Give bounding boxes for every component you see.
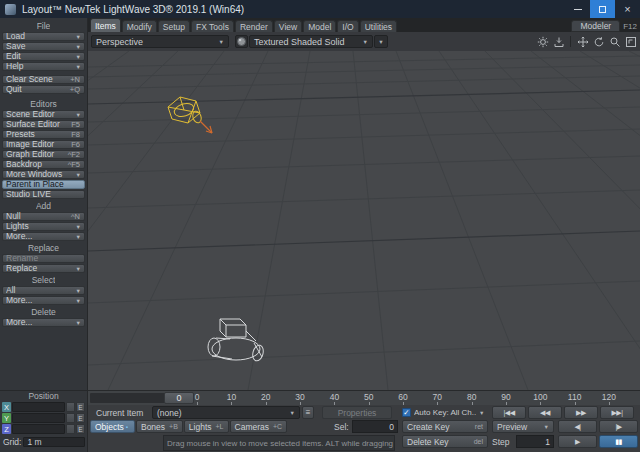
delete-key-button[interactable]: Delete Key del xyxy=(402,435,488,448)
maximize-viewport-button[interactable] xyxy=(624,35,637,48)
timeline-label: 80 xyxy=(455,391,489,405)
grid-size-field[interactable]: 1 m xyxy=(23,437,85,447)
move-handle-arrow[interactable] xyxy=(200,121,212,133)
zoom-view-button[interactable] xyxy=(608,35,621,48)
chevron-down-icon: ▼ xyxy=(76,112,81,118)
transport-button[interactable]: ▶ xyxy=(558,435,597,448)
viewport-settings-button[interactable] xyxy=(536,35,549,48)
sidebar-item[interactable]: Parent in Place xyxy=(2,180,85,189)
minimize-button[interactable] xyxy=(565,0,590,18)
view-type-dropdown[interactable]: Perspective ▼ xyxy=(91,35,229,48)
mini-slider-button[interactable] xyxy=(66,402,75,412)
sidebar-item[interactable]: Studio LIVE xyxy=(2,190,85,199)
mini-slider-button[interactable] xyxy=(66,413,75,423)
properties-button[interactable]: Properties xyxy=(322,406,392,419)
modeler-button[interactable]: Modeler xyxy=(571,20,620,32)
menu-tab[interactable]: FX Tools xyxy=(191,20,234,32)
axis-value-field[interactable] xyxy=(12,424,65,434)
menu-tab[interactable]: Items xyxy=(90,18,121,32)
mode-shortcut: +B xyxy=(169,423,178,430)
current-item-dropdown[interactable]: (none) ▼ xyxy=(152,406,300,419)
menu-tab[interactable]: Utilities xyxy=(360,20,397,32)
sidebar-item[interactable]: Help ▼ xyxy=(2,62,85,71)
chevron-down-icon: ▼ xyxy=(76,266,81,272)
sidebar-item[interactable]: Backdrop ^F5 xyxy=(2,160,85,169)
axis-value-field[interactable] xyxy=(12,402,65,412)
sidebar-item-label: Load xyxy=(6,32,75,41)
sidebar-item-shortcut: +Q xyxy=(70,85,80,94)
transport-button[interactable]: ▶▶ xyxy=(564,406,598,419)
edit-mode-button[interactable]: Bones +B xyxy=(136,420,183,433)
object-wireframe[interactable] xyxy=(208,319,265,362)
timeline-label: 50 xyxy=(352,391,386,405)
mode-label: Lights xyxy=(189,422,212,432)
sidebar-item[interactable]: Edit ▼ xyxy=(2,52,85,61)
step-field[interactable]: 1 xyxy=(516,435,554,448)
transport-button[interactable]: ◀| xyxy=(558,420,597,433)
sidebar-item[interactable]: Lights ▼ xyxy=(2,222,85,231)
maximize-button[interactable] xyxy=(590,0,615,18)
transport-button[interactable]: ▮▮ xyxy=(599,435,638,448)
menu-tab[interactable]: I/O xyxy=(337,20,358,32)
sidebar-item[interactable]: More... ▼ xyxy=(2,318,85,327)
sidebar-item[interactable]: Scene Editor ▼ xyxy=(2,110,85,119)
snapshot-button[interactable] xyxy=(552,35,565,48)
sidebar-item[interactable]: Image Editor F6 xyxy=(2,140,85,149)
sidebar-item[interactable]: Quit +Q xyxy=(2,85,85,94)
menu-tab[interactable]: Setup xyxy=(158,20,190,32)
view-type-value: Perspective xyxy=(96,37,143,47)
mini-slider-button[interactable] xyxy=(66,424,75,434)
envelope-button[interactable]: E xyxy=(76,424,85,434)
item-list-button[interactable]: ≡ xyxy=(302,406,314,419)
timeline-label: 20 xyxy=(249,391,283,405)
menu-tab[interactable]: View xyxy=(274,20,302,32)
sidebar-item[interactable]: Clear Scene +N xyxy=(2,75,85,84)
sidebar-item[interactable]: More Windows ▼ xyxy=(2,170,85,179)
viewport-3d[interactable] xyxy=(88,51,640,390)
transport-button[interactable]: |▶ xyxy=(599,420,638,433)
sidebar-item[interactable]: Save ▼ xyxy=(2,42,85,51)
sidebar-item[interactable]: Load ▼ xyxy=(2,32,85,41)
rotate-view-button[interactable] xyxy=(592,35,605,48)
auto-key-toggle[interactable]: ✓ Auto Key: All Ch... ▼ xyxy=(402,406,490,419)
sidebar-item[interactable]: More... ▼ xyxy=(2,232,85,241)
sidebar-item[interactable]: Presets F8 xyxy=(2,130,85,139)
shading-extra-dropdown[interactable]: ▼ xyxy=(374,35,388,48)
menu-tab[interactable]: Render xyxy=(235,20,273,32)
grid-size-row: Grid: 1 m xyxy=(2,436,85,447)
chevron-down-icon: ▼ xyxy=(76,54,81,60)
menu-tab-bar: ItemsModifySetupFX ToolsRenderViewModelI… xyxy=(88,18,640,32)
sidebar-item[interactable]: Rename xyxy=(2,254,85,263)
shading-mode-icon[interactable] xyxy=(235,35,248,48)
sidebar-item[interactable]: Graph Editor ^F2 xyxy=(2,150,85,159)
sidebar-item-label: Replace xyxy=(6,264,75,273)
shading-mode-dropdown[interactable]: Textured Shaded Solid ▼ xyxy=(249,35,373,48)
sidebar-item[interactable]: Surface Editor F5 xyxy=(2,120,85,129)
create-key-button[interactable]: Create Key ret xyxy=(402,420,488,433)
sidebar-item-shortcut: ^F2 xyxy=(68,150,80,159)
transport-button[interactable]: ▶▶| xyxy=(600,406,634,419)
pan-view-button[interactable] xyxy=(576,35,589,48)
checkbox-checked-icon[interactable]: ✓ xyxy=(402,408,411,417)
timeline-label: 0 xyxy=(180,391,214,405)
timeline[interactable]: 0 0102030405060708090100110120 xyxy=(88,391,640,405)
menu-tab[interactable]: Model xyxy=(303,20,336,32)
edit-mode-button[interactable]: Lights +L xyxy=(184,420,229,433)
menu-tab[interactable]: Modify xyxy=(122,20,157,32)
chevron-down-icon: ▼ xyxy=(363,39,368,45)
close-button[interactable]: × xyxy=(615,0,640,18)
chevron-down-icon: ▼ xyxy=(76,172,81,178)
envelope-button[interactable]: E xyxy=(76,413,85,423)
transport-button[interactable]: ◀◀ xyxy=(528,406,562,419)
axis-value-field[interactable] xyxy=(12,413,65,423)
sidebar-item[interactable]: More... ▼ xyxy=(2,296,85,305)
envelope-button[interactable]: E xyxy=(76,402,85,412)
edit-mode-button[interactable]: Cameras +C xyxy=(230,420,288,433)
edit-mode-button[interactable]: Objects ▪ xyxy=(90,420,135,433)
preview-dropdown[interactable]: Preview ▼ xyxy=(492,420,554,433)
transport-button[interactable]: |◀◀ xyxy=(492,406,526,419)
mode-badge: ▪ xyxy=(126,424,128,430)
sidebar-item[interactable]: Replace ▼ xyxy=(2,264,85,273)
sidebar-item[interactable]: Null ^N xyxy=(2,212,85,221)
sidebar-item[interactable]: All ▼ xyxy=(2,286,85,295)
